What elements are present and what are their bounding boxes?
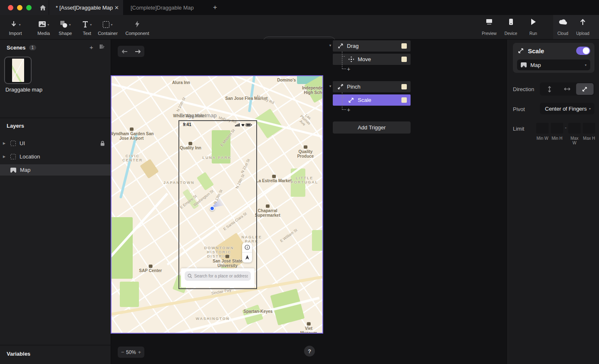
scene-thumbnail-draggable-map[interactable]: [4, 57, 32, 84]
color-swatch[interactable]: [401, 43, 407, 49]
back-button[interactable]: [121, 49, 128, 54]
tab-asset-draggable-map[interactable]: * [Asset]Draggable Map ✕: [49, 0, 123, 15]
chevron-down-icon: ▾: [111, 23, 112, 27]
component-lightning-icon: [134, 20, 140, 28]
search-card: [181, 268, 255, 287]
limit-min-w-input[interactable]: [536, 123, 549, 134]
left-panel: Scenes 1 + Draggable map Layers ▶ UI ▶ L…: [0, 40, 111, 364]
forward-button[interactable]: [135, 49, 141, 54]
map-patch: [111, 217, 133, 279]
properties-panel: Scale Map ▾ Direction Pivot Center of Fi…: [507, 40, 599, 364]
color-swatch[interactable]: [401, 97, 407, 103]
divider: [0, 345, 111, 345]
add-trigger-button[interactable]: Add Trigger: [333, 121, 411, 134]
chevron-down-icon: ▾: [90, 23, 92, 27]
zoom-level: 50%: [126, 349, 136, 355]
limit-min-h-input[interactable]: [551, 123, 563, 134]
property-title: Scale: [528, 47, 572, 54]
close-window-button[interactable]: [8, 5, 13, 10]
import-icon: [10, 20, 17, 28]
map-patch: [312, 230, 322, 250]
scene-sort-icon[interactable]: [99, 44, 105, 51]
device-button[interactable]: Device: [501, 18, 521, 37]
direction-segmented-control: [540, 82, 594, 96]
preview-button[interactable]: Preview: [479, 18, 499, 37]
target-layer-select[interactable]: Map ▾: [517, 59, 590, 70]
add-scene-button[interactable]: +: [89, 44, 93, 51]
tab-complete-draggable-map[interactable]: [Complete]Draggable Map: [125, 0, 204, 15]
limit-field-label: Max W: [568, 136, 581, 145]
layer-row-ui[interactable]: ▶ UI: [0, 138, 111, 149]
cloud-button[interactable]: Cloud: [553, 18, 573, 37]
add-response-button[interactable]: +: [347, 106, 355, 114]
limit-max-w-input[interactable]: [568, 123, 581, 134]
zoom-out-button[interactable]: −: [121, 349, 124, 355]
search-input[interactable]: [194, 274, 248, 278]
disclosure-down-icon[interactable]: ▼: [329, 44, 332, 47]
pinch-trigger-icon: [337, 84, 344, 90]
maximize-window-button[interactable]: [26, 5, 32, 10]
map-artboard[interactable]: Alura InnDomino'sSan Jose Flea MarketInd…: [111, 76, 322, 333]
canvas[interactable]: Alura InnDomino'sSan Jose Flea MarketInd…: [111, 40, 329, 364]
scene-name: Draggable map: [5, 86, 43, 93]
trigger-row-pinch[interactable]: Pinch: [333, 81, 411, 92]
chevron-down-icon: ▾: [47, 23, 49, 27]
trigger-panel: ▼ Drag Move + ▼ Pinch Scale + Add Trigge…: [329, 40, 507, 364]
disclosure-right-icon[interactable]: ▶: [0, 141, 8, 145]
layer-row-map[interactable]: Map: [0, 164, 111, 176]
component-button[interactable]: Component: [125, 18, 149, 37]
lock-icon[interactable]: [100, 141, 105, 146]
canvas-zoom-control: − 50% +: [118, 347, 144, 358]
new-tab-button[interactable]: +: [210, 3, 220, 12]
minimize-window-button[interactable]: [17, 5, 22, 10]
color-swatch[interactable]: [401, 84, 407, 89]
info-button[interactable]: [242, 243, 252, 253]
phone-frame[interactable]: 9:41: [178, 120, 257, 290]
trigger-row-drag[interactable]: Drag: [333, 40, 411, 52]
scenes-title: Scenes: [7, 45, 26, 51]
container-layer-icon: [10, 154, 16, 159]
scale-icon: [518, 48, 524, 54]
tab-label: [Complete]Draggable Map: [131, 5, 194, 11]
limit-field-label: Min H: [551, 136, 563, 141]
statusbar-time: 9:41: [183, 122, 191, 127]
search-field[interactable]: [185, 271, 251, 281]
zoom-in-button[interactable]: +: [138, 349, 141, 355]
tab-label: * [Asset]Draggable Map: [56, 5, 113, 11]
limit-max-h-input[interactable]: [583, 123, 595, 134]
limit-range-dash: -: [565, 125, 567, 131]
direction-vertical-option[interactable]: [541, 83, 558, 95]
text-icon: [82, 20, 89, 28]
locate-arrow-button[interactable]: [242, 253, 252, 262]
layer-row-location[interactable]: ▶ Location: [0, 151, 111, 162]
chevron-down-icon: ▾: [19, 23, 20, 27]
import-button[interactable]: ▾ Import: [3, 18, 27, 37]
close-tab-icon[interactable]: ✕: [114, 5, 119, 11]
scale-property-card: Scale Map ▾: [513, 43, 594, 73]
map-controls-card: [242, 243, 252, 262]
window-controls: [0, 0, 49, 15]
container-button[interactable]: ▾ Container: [96, 18, 120, 37]
titlebar: * [Asset]Draggable Map ✕ [Complete]Dragg…: [0, 0, 599, 15]
image-layer-icon: [521, 62, 527, 67]
pivot-select[interactable]: Center of Fingers ▾: [540, 103, 594, 114]
statusbar-icons: [235, 123, 252, 127]
media-button[interactable]: ▾ Media: [32, 18, 56, 37]
upload-button[interactable]: Upload: [573, 18, 593, 37]
shape-button[interactable]: ▾ Shape: [53, 18, 77, 37]
pivot-label: Pivot: [513, 106, 525, 112]
home-icon[interactable]: [40, 5, 46, 11]
direction-diagonal-option[interactable]: [576, 83, 594, 95]
phone-statusbar: 9:41: [179, 121, 257, 129]
disclosure-down-icon[interactable]: ▼: [329, 84, 332, 88]
disclosure-right-icon[interactable]: ▶: [0, 155, 8, 158]
image-layer-icon: [10, 168, 16, 173]
add-response-button[interactable]: +: [347, 65, 355, 73]
help-button[interactable]: ?: [304, 346, 315, 357]
chevron-down-icon: ▾: [585, 63, 587, 67]
direction-horizontal-option[interactable]: [558, 83, 576, 95]
run-button[interactable]: Run: [523, 18, 543, 37]
scenes-count-badge: 1: [29, 45, 37, 50]
scale-enabled-toggle[interactable]: [576, 47, 590, 55]
color-swatch[interactable]: [401, 57, 407, 62]
